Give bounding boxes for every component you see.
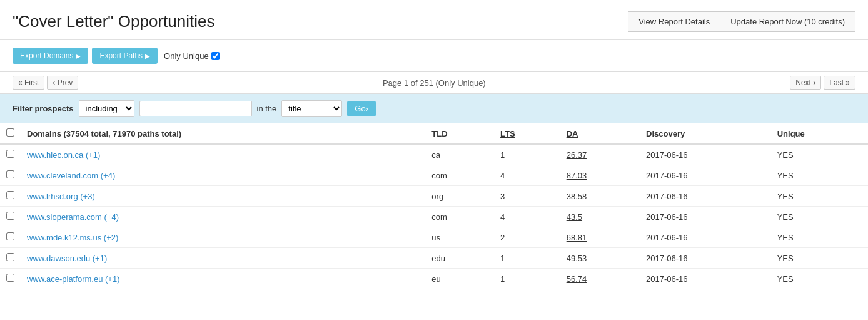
row-checkbox[interactable] xyxy=(6,274,14,282)
col-header-tld: TLD xyxy=(425,123,494,144)
row-unique: YES xyxy=(771,207,868,227)
prev-page-button[interactable]: ‹ Prev xyxy=(47,76,78,90)
page-title: "Cover Letter" Opportunities xyxy=(13,12,214,31)
row-domain: www.cleveland.com (+4) xyxy=(21,165,425,186)
row-tld: org xyxy=(425,186,494,207)
domain-link[interactable]: www.mde.k12.ms.us (+2) xyxy=(27,233,118,242)
only-unique-toggle[interactable]: Only Unique xyxy=(164,51,220,61)
row-domain: www.lrhsd.org (+3) xyxy=(21,186,425,207)
row-discovery: 2017-06-16 xyxy=(640,186,771,207)
domain-link[interactable]: www.lrhsd.org (+3) xyxy=(27,192,95,201)
export-domains-button[interactable]: Export Domains ▶ xyxy=(13,48,88,64)
table-row: www.mde.k12.ms.us (+2) us 2 68.81 2017-0… xyxy=(0,227,868,248)
row-checkbox[interactable] xyxy=(6,212,14,220)
row-domain: www.mde.k12.ms.us (+2) xyxy=(21,227,425,248)
row-lts: 4 xyxy=(494,207,560,227)
table-row: www.ace-platform.eu (+1) eu 1 56.74 2017… xyxy=(0,269,868,289)
filter-text-input[interactable] xyxy=(139,101,252,116)
pagination-right: Next › Last » xyxy=(790,76,855,90)
header-buttons: View Report Details Update Report Now (1… xyxy=(628,11,855,32)
row-checkbox[interactable] xyxy=(6,150,14,158)
toolbar: Export Domains ▶ Export Paths ▶ Only Uni… xyxy=(0,40,868,71)
next-page-button[interactable]: Next › xyxy=(790,76,821,90)
export-paths-button[interactable]: Export Paths ▶ xyxy=(92,48,158,64)
row-checkbox-cell xyxy=(0,186,21,207)
pagination-bar: « First ‹ Prev Page 1 of 251 (Only Uniqu… xyxy=(0,71,868,94)
table-row: www.cleveland.com (+4) com 4 87.03 2017-… xyxy=(0,165,868,186)
col-header-checkbox xyxy=(0,123,21,144)
domain-link[interactable]: www.sloperama.com (+4) xyxy=(27,212,119,222)
row-tld: us xyxy=(425,227,494,248)
row-lts: 3 xyxy=(494,186,560,207)
filter-in-the-label: in the xyxy=(257,104,277,113)
row-tld: com xyxy=(425,207,494,227)
last-page-button[interactable]: Last » xyxy=(824,76,855,90)
export-domains-label: Export Domains xyxy=(20,51,73,60)
row-lts: 1 xyxy=(494,269,560,289)
row-checkbox-cell xyxy=(0,248,21,269)
row-checkbox[interactable] xyxy=(6,253,14,261)
view-report-button[interactable]: View Report Details xyxy=(628,11,720,32)
update-report-button[interactable]: Update Report Now (10 credits) xyxy=(720,11,855,32)
row-tld: ca xyxy=(425,144,494,165)
row-tld: edu xyxy=(425,248,494,269)
only-unique-label-text: Only Unique xyxy=(164,51,209,61)
col-header-discovery: Discovery xyxy=(640,123,771,144)
col-header-da[interactable]: DA xyxy=(560,123,640,144)
row-unique: YES xyxy=(771,248,868,269)
row-lts: 1 xyxy=(494,144,560,165)
row-da: 38.58 xyxy=(560,186,640,207)
row-domain: www.ace-platform.eu (+1) xyxy=(21,269,425,289)
select-all-checkbox[interactable] xyxy=(6,128,14,137)
table-row: www.lrhsd.org (+3) org 3 38.58 2017-06-1… xyxy=(0,186,868,207)
table-row: www.sloperama.com (+4) com 4 43.5 2017-0… xyxy=(0,207,868,227)
col-header-domains: Domains (37504 total, 71970 paths total) xyxy=(21,123,425,144)
domain-link[interactable]: www.cleveland.com (+4) xyxy=(27,171,115,180)
row-lts: 2 xyxy=(494,227,560,248)
row-tld: com xyxy=(425,165,494,186)
pagination-left: « First ‹ Prev xyxy=(13,76,78,90)
row-discovery: 2017-06-16 xyxy=(640,165,771,186)
row-unique: YES xyxy=(771,186,868,207)
table-row: www.hiec.on.ca (+1) ca 1 26.37 2017-06-1… xyxy=(0,144,868,165)
row-unique: YES xyxy=(771,144,868,165)
filter-go-button[interactable]: Go› xyxy=(347,101,376,116)
export-paths-arrow-icon: ▶ xyxy=(145,53,150,59)
row-da: 43.5 xyxy=(560,207,640,227)
only-unique-checkbox[interactable] xyxy=(211,52,220,60)
filter-including-select[interactable]: including excluding xyxy=(79,100,134,117)
domains-table: Domains (37504 total, 71970 paths total)… xyxy=(0,123,868,289)
row-da: 68.81 xyxy=(560,227,640,248)
domain-link[interactable]: www.dawson.edu (+1) xyxy=(27,254,107,263)
row-checkbox[interactable] xyxy=(6,191,14,199)
row-discovery: 2017-06-16 xyxy=(640,227,771,248)
page-header: "Cover Letter" Opportunities View Report… xyxy=(0,0,868,40)
domain-link[interactable]: www.hiec.on.ca (+1) xyxy=(27,150,100,160)
row-domain: www.dawson.edu (+1) xyxy=(21,248,425,269)
row-discovery: 2017-06-16 xyxy=(640,207,771,227)
row-da: 56.74 xyxy=(560,269,640,289)
row-da: 87.03 xyxy=(560,165,640,186)
domain-link[interactable]: www.ace-platform.eu (+1) xyxy=(27,274,119,284)
filter-title-select[interactable]: title url description xyxy=(281,100,342,117)
pagination-info: Page 1 of 251 (Only Unique) xyxy=(383,78,486,88)
first-page-button[interactable]: « First xyxy=(13,76,44,90)
row-lts: 1 xyxy=(494,248,560,269)
row-tld: eu xyxy=(425,269,494,289)
row-checkbox-cell xyxy=(0,227,21,248)
row-da: 49.53 xyxy=(560,248,640,269)
row-checkbox[interactable] xyxy=(6,232,14,240)
row-discovery: 2017-06-16 xyxy=(640,248,771,269)
table-row: www.dawson.edu (+1) edu 1 49.53 2017-06-… xyxy=(0,248,868,269)
row-domain: www.hiec.on.ca (+1) xyxy=(21,144,425,165)
row-checkbox-cell xyxy=(0,207,21,227)
col-header-lts[interactable]: LTS xyxy=(494,123,560,144)
filter-label: Filter prospects xyxy=(13,104,74,113)
row-lts: 4 xyxy=(494,165,560,186)
row-unique: YES xyxy=(771,165,868,186)
export-domains-arrow-icon: ▶ xyxy=(76,53,81,59)
filter-bar: Filter prospects including excluding in … xyxy=(0,94,868,123)
row-checkbox-cell xyxy=(0,144,21,165)
row-unique: YES xyxy=(771,269,868,289)
row-checkbox[interactable] xyxy=(6,170,14,178)
